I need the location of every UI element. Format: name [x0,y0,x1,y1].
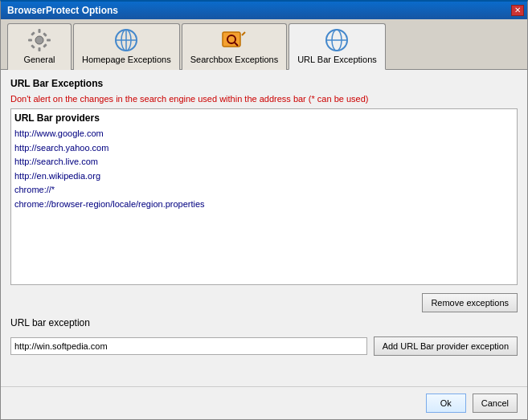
exception-label: URL bar exception [10,317,518,328]
tab-general-label: General [23,55,55,64]
provider-item-2[interactable]: http://search.yahoo.com [14,141,514,156]
tab-homepage-label: Homepage Exceptions [82,55,171,64]
close-button[interactable]: ✕ [511,5,524,16]
urlbar-icon [324,27,350,53]
svg-rect-4 [47,39,51,42]
tab-searchbox-label: Searchbox Exceptions [190,55,278,64]
exception-row: Add URL Bar provider exception [10,336,518,356]
provider-item-3[interactable]: http://search.live.com [14,155,514,169]
tab-urlbar-label: URL Bar Exceptions [297,55,377,64]
homepage-icon [113,27,139,53]
ok-button[interactable]: Ok [426,393,466,413]
svg-rect-3 [28,39,32,42]
tab-homepage[interactable]: Homepage Exceptions [73,23,180,70]
window-title: BrowserProtect Options [4,5,118,16]
main-window: BrowserProtect Options ✕ [0,0,528,420]
providers-header: URL Bar providers [14,112,514,124]
tab-urlbar[interactable]: URL Bar Exceptions [289,23,386,70]
tab-searchbox[interactable]: Searchbox Exceptions [182,23,287,70]
svg-rect-6 [43,32,47,37]
add-exception-button[interactable]: Add URL Bar provider exception [374,336,518,356]
searchbox-icon [221,27,247,53]
svg-line-14 [242,32,245,35]
window-controls: ✕ [511,5,524,16]
tab-general[interactable]: General [7,23,72,70]
providers-listbox[interactable]: URL Bar providers http://www.google.com … [10,108,518,285]
window-content: General Homepage Exceptions [1,19,527,419]
exception-field-group: URL bar exception Add URL Bar provider e… [10,317,518,356]
url-exception-input[interactable] [10,337,367,355]
svg-point-0 [35,36,43,44]
section-description: Don't alert on the changes in the search… [10,94,518,104]
provider-item-1[interactable]: http://www.google.com [14,127,514,141]
svg-rect-2 [39,47,41,51]
cancel-button[interactable]: Cancel [473,393,518,413]
title-bar: BrowserProtect Options ✕ [1,2,527,19]
provider-item-4[interactable]: http://en.wikipedia.org [14,169,514,184]
section-title: URL Bar Exceptions [10,78,518,89]
svg-rect-1 [39,29,41,33]
main-panel: URL Bar Exceptions Don't alert on the ch… [1,70,527,386]
svg-rect-8 [43,43,47,48]
remove-row: Remove exceptions [10,293,518,312]
provider-item-5[interactable]: chrome://* [14,183,514,198]
bottom-bar: Ok Cancel [1,386,527,419]
gear-icon [27,27,52,53]
remove-exceptions-button[interactable]: Remove exceptions [422,293,518,312]
tab-bar: General Homepage Exceptions [1,19,527,70]
provider-item-6[interactable]: chrome://browser-region/locale/region.pr… [14,198,514,212]
svg-rect-7 [31,44,35,49]
svg-rect-5 [31,31,35,36]
